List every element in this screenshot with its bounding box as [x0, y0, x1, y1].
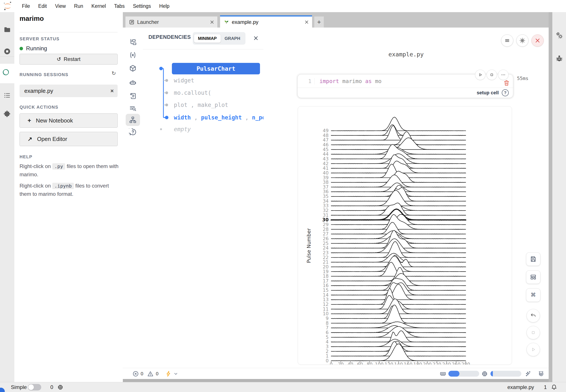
- menu-item-edit[interactable]: Edit: [34, 0, 51, 12]
- play-icon: [477, 72, 483, 78]
- ellipsis-icon: [500, 72, 506, 78]
- tree-item-pulsarchart[interactable]: PulsarChart: [172, 63, 260, 74]
- run-all-button[interactable]: [526, 343, 540, 356]
- tab-example-py[interactable]: example.py: [220, 15, 312, 28]
- session-item[interactable]: example.py ×: [19, 84, 118, 97]
- tree-item-empty[interactable]: empty: [174, 125, 191, 133]
- tree-item-mo-callout[interactable]: mo.callout(: [174, 89, 211, 97]
- property-inspector-tab[interactable]: [552, 29, 566, 42]
- svg-text:6: 6: [326, 330, 328, 335]
- ai-sparkle-icon[interactable]: [525, 371, 531, 377]
- window-status-bar: Simple 0 example.py 1: [0, 382, 566, 392]
- chevron-down-icon[interactable]: [173, 371, 179, 377]
- bell-icon[interactable]: [551, 384, 557, 391]
- menu-item-tabs[interactable]: Tabs: [110, 0, 129, 12]
- kernel-chip-icon[interactable]: [57, 384, 63, 390]
- pulsar-ridgeline-chart: 4948474645444342414039383736353433323130…: [298, 106, 512, 365]
- cell-menu-button[interactable]: [501, 34, 513, 47]
- svg-text:13: 13: [323, 297, 328, 302]
- svg-text:44: 44: [323, 152, 328, 157]
- svg-text:15: 15: [323, 288, 328, 293]
- refresh-icon: ↺: [57, 56, 61, 62]
- svg-text:140: 140: [394, 362, 403, 365]
- svg-text:47: 47: [323, 138, 328, 143]
- toolbar-dependency-graph-button[interactable]: [126, 114, 140, 126]
- toolbar-outline-search-button[interactable]: [126, 102, 140, 114]
- svg-text:8: 8: [326, 321, 328, 326]
- interrupt-button[interactable]: [526, 326, 540, 339]
- sidebar-item-table-of-contents[interactable]: [0, 89, 14, 102]
- command-glyph: ⌘: [530, 292, 537, 299]
- toolbar-file-tree-button[interactable]: [126, 36, 140, 48]
- undo-button[interactable]: [526, 309, 540, 322]
- svg-text:25: 25: [323, 241, 328, 246]
- help-paragraph: Right-click on .ipynb files to convert t…: [19, 182, 119, 198]
- tab-launcher[interactable]: Launcher: [125, 16, 218, 28]
- notebook-title: example.py: [264, 51, 549, 58]
- tree-item-width-pulse-height[interactable]: width , pulse_height , n_poi: [174, 113, 269, 122]
- sidebar-item-running-terminals[interactable]: [0, 45, 14, 58]
- svg-text:40: 40: [323, 170, 328, 176]
- sidebar-item-marimo[interactable]: [0, 64, 14, 83]
- svg-text:220: 220: [432, 362, 441, 365]
- example-py-panel: DEPENDENCIES MINIMAP GRAPH: [123, 28, 549, 368]
- layout-button[interactable]: [526, 270, 540, 284]
- refresh-sessions-icon[interactable]: ↻: [112, 70, 116, 76]
- help-circle-icon[interactable]: ?: [502, 89, 509, 96]
- svg-text:30: 30: [322, 217, 328, 223]
- marimo-assistant-icon[interactable]: [538, 371, 544, 377]
- tree-item-widget[interactable]: widget: [174, 76, 194, 84]
- dock-right-edge: [549, 12, 552, 382]
- puzzle-icon: [3, 110, 11, 117]
- code-line[interactable]: import marimo as mo: [315, 78, 382, 84]
- y-axis-label: Pulse Number: [306, 228, 312, 263]
- py-extension-chip: .py: [52, 163, 65, 169]
- new-tab-button[interactable]: +: [314, 16, 324, 28]
- svg-text:21: 21: [323, 260, 328, 265]
- save-button[interactable]: [526, 252, 540, 266]
- svg-text:27: 27: [323, 231, 328, 237]
- svg-text:17: 17: [323, 278, 328, 284]
- keyboard-shortcuts-button[interactable]: ⌘: [526, 288, 540, 302]
- close-tab-icon[interactable]: [304, 20, 309, 25]
- menu-item-settings[interactable]: Settings: [129, 0, 155, 12]
- tree-item-plot-make-plot[interactable]: plot , make_plot: [174, 101, 228, 109]
- ram-meter: [448, 371, 479, 377]
- simple-mode-toggle[interactable]: [28, 384, 41, 391]
- sidebar-item-file-browser[interactable]: [0, 23, 14, 36]
- toolbar-logs-button[interactable]: [126, 90, 140, 102]
- debugger-tab[interactable]: [552, 52, 566, 65]
- svg-text:32: 32: [323, 208, 328, 213]
- open-editor-button[interactable]: ↗ Open Editor: [19, 132, 118, 146]
- toolbar-variables-button[interactable]: [126, 49, 140, 61]
- shutdown-button[interactable]: [532, 34, 544, 47]
- svg-text:41: 41: [323, 166, 328, 171]
- errors-icon[interactable]: [132, 371, 139, 377]
- menu-item-file[interactable]: File: [18, 0, 34, 12]
- line-number: 1: [298, 78, 315, 84]
- toolbar-ai-assistant-button[interactable]: [126, 77, 140, 89]
- notebook-settings-button[interactable]: [516, 34, 528, 47]
- menu-item-run[interactable]: Run: [70, 0, 87, 12]
- stop-cell-button[interactable]: [487, 70, 497, 80]
- new-notebook-button[interactable]: + New Notebook: [19, 113, 118, 128]
- menu-bar: FileEditViewRunKernelTabsSettingsHelp: [0, 0, 566, 12]
- warnings-icon[interactable]: [147, 371, 154, 377]
- stop-icon: [530, 329, 536, 336]
- lightning-icon[interactable]: [165, 371, 172, 377]
- sidebar-item-extensions[interactable]: [0, 107, 14, 120]
- toolbar-help-button[interactable]: [126, 126, 140, 138]
- more-actions-button[interactable]: [498, 70, 508, 80]
- delete-cell-icon[interactable]: [503, 80, 510, 86]
- plus-icon: +: [28, 117, 31, 124]
- close-tab-icon[interactable]: [210, 20, 214, 25]
- menu-item-help[interactable]: Help: [155, 0, 174, 12]
- stop-circle-icon: [3, 48, 11, 55]
- restart-button[interactable]: ↺ Restart: [19, 54, 118, 65]
- svg-text:48: 48: [323, 133, 328, 138]
- run-cell-button[interactable]: [475, 70, 486, 80]
- menu-item-kernel[interactable]: Kernel: [87, 0, 110, 12]
- close-session-icon[interactable]: ×: [110, 88, 114, 94]
- menu-item-view[interactable]: View: [51, 0, 70, 12]
- toolbar-packages-button[interactable]: [126, 62, 140, 74]
